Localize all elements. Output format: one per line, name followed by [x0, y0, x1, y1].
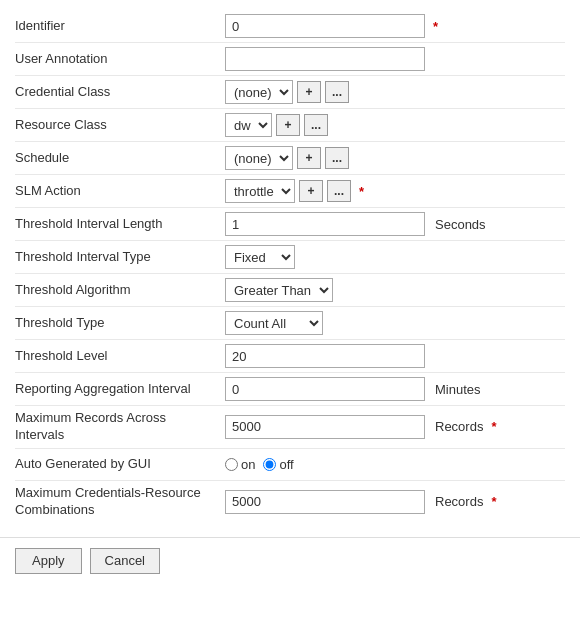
auto-generated-on-label[interactable]: on — [225, 457, 255, 472]
slm-action-required: * — [359, 184, 364, 199]
max-credentials-required: * — [491, 494, 496, 509]
credential-class-add-button[interactable]: + — [297, 81, 321, 103]
threshold-level-label: Threshold Level — [15, 348, 225, 365]
threshold-level-row: Threshold Level — [15, 340, 565, 373]
schedule-select[interactable]: (none) — [225, 146, 293, 170]
identifier-control: * — [225, 14, 565, 38]
user-annotation-row: User Annotation — [15, 43, 565, 76]
user-annotation-label: User Annotation — [15, 51, 225, 68]
resource-class-label: Resource Class — [15, 117, 225, 134]
max-records-row: Maximum Records Across Intervals Records… — [15, 406, 565, 449]
max-credentials-control: Records * — [225, 490, 565, 514]
reporting-aggregation-input[interactable] — [225, 377, 425, 401]
auto-generated-off-label[interactable]: off — [263, 457, 293, 472]
reporting-aggregation-control: Minutes — [225, 377, 565, 401]
max-credentials-label: Maximum Credentials-Resource Combination… — [15, 485, 225, 519]
threshold-algorithm-row: Threshold Algorithm Greater Than Less Th… — [15, 274, 565, 307]
resource-class-add-button[interactable]: + — [276, 114, 300, 136]
credential-class-select[interactable]: (none) — [225, 80, 293, 104]
slm-action-ellipsis-button[interactable]: ... — [327, 180, 351, 202]
reporting-aggregation-label: Reporting Aggregation Interval — [15, 381, 225, 398]
threshold-interval-length-input[interactable] — [225, 212, 425, 236]
threshold-algorithm-select[interactable]: Greater Than Less Than Equal To — [225, 278, 333, 302]
max-records-suffix: Records — [435, 419, 483, 434]
slm-action-row: SLM Action throttle + ... * — [15, 175, 565, 208]
max-credentials-input[interactable] — [225, 490, 425, 514]
auto-generated-off-text: off — [279, 457, 293, 472]
threshold-interval-length-control: Seconds — [225, 212, 565, 236]
resource-class-select[interactable]: dw — [225, 113, 272, 137]
auto-generated-radio-group: on off — [225, 457, 294, 472]
slm-action-add-button[interactable]: + — [299, 180, 323, 202]
credential-class-ellipsis-button[interactable]: ... — [325, 81, 349, 103]
threshold-interval-length-row: Threshold Interval Length Seconds — [15, 208, 565, 241]
schedule-row: Schedule (none) + ... — [15, 142, 565, 175]
form-container: Identifier * User Annotation Credential … — [0, 0, 580, 533]
schedule-control: (none) + ... — [225, 146, 565, 170]
resource-class-ellipsis-button[interactable]: ... — [304, 114, 328, 136]
threshold-interval-length-label: Threshold Interval Length — [15, 216, 225, 233]
max-credentials-row: Maximum Credentials-Resource Combination… — [15, 481, 565, 523]
max-credentials-suffix: Records — [435, 494, 483, 509]
identifier-input[interactable] — [225, 14, 425, 38]
threshold-interval-type-control: Fixed Rolling — [225, 245, 565, 269]
schedule-label: Schedule — [15, 150, 225, 167]
cancel-button[interactable]: Cancel — [90, 548, 160, 574]
auto-generated-on-radio[interactable] — [225, 458, 238, 471]
reporting-aggregation-suffix: Minutes — [435, 382, 481, 397]
threshold-type-row: Threshold Type Count All Count Arrival R… — [15, 307, 565, 340]
reporting-aggregation-row: Reporting Aggregation Interval Minutes — [15, 373, 565, 406]
identifier-row: Identifier * — [15, 10, 565, 43]
resource-class-row: Resource Class dw + ... — [15, 109, 565, 142]
schedule-ellipsis-button[interactable]: ... — [325, 147, 349, 169]
max-records-label: Maximum Records Across Intervals — [15, 410, 225, 444]
resource-class-control: dw + ... — [225, 113, 565, 137]
threshold-interval-type-row: Threshold Interval Type Fixed Rolling — [15, 241, 565, 274]
identifier-label: Identifier — [15, 18, 225, 35]
threshold-algorithm-control: Greater Than Less Than Equal To — [225, 278, 565, 302]
threshold-interval-type-select[interactable]: Fixed Rolling — [225, 245, 295, 269]
max-records-required: * — [491, 419, 496, 434]
auto-generated-on-text: on — [241, 457, 255, 472]
threshold-interval-length-suffix: Seconds — [435, 217, 486, 232]
schedule-add-button[interactable]: + — [297, 147, 321, 169]
threshold-type-control: Count All Count Arrival Rate — [225, 311, 565, 335]
user-annotation-control — [225, 47, 565, 71]
threshold-level-control — [225, 344, 565, 368]
threshold-type-label: Threshold Type — [15, 315, 225, 332]
footer-buttons: Apply Cancel — [0, 537, 580, 584]
credential-class-row: Credential Class (none) + ... — [15, 76, 565, 109]
slm-action-label: SLM Action — [15, 183, 225, 200]
identifier-required: * — [433, 19, 438, 34]
credential-class-label: Credential Class — [15, 84, 225, 101]
auto-generated-row: Auto Generated by GUI on off — [15, 449, 565, 481]
threshold-type-select[interactable]: Count All Count Arrival Rate — [225, 311, 323, 335]
auto-generated-off-radio[interactable] — [263, 458, 276, 471]
threshold-level-input[interactable] — [225, 344, 425, 368]
max-records-control: Records * — [225, 415, 565, 439]
auto-generated-control: on off — [225, 457, 565, 472]
apply-button[interactable]: Apply — [15, 548, 82, 574]
threshold-algorithm-label: Threshold Algorithm — [15, 282, 225, 299]
max-records-input[interactable] — [225, 415, 425, 439]
credential-class-control: (none) + ... — [225, 80, 565, 104]
auto-generated-label: Auto Generated by GUI — [15, 456, 225, 473]
threshold-interval-type-label: Threshold Interval Type — [15, 249, 225, 266]
slm-action-select[interactable]: throttle — [225, 179, 295, 203]
slm-action-control: throttle + ... * — [225, 179, 565, 203]
user-annotation-input[interactable] — [225, 47, 425, 71]
